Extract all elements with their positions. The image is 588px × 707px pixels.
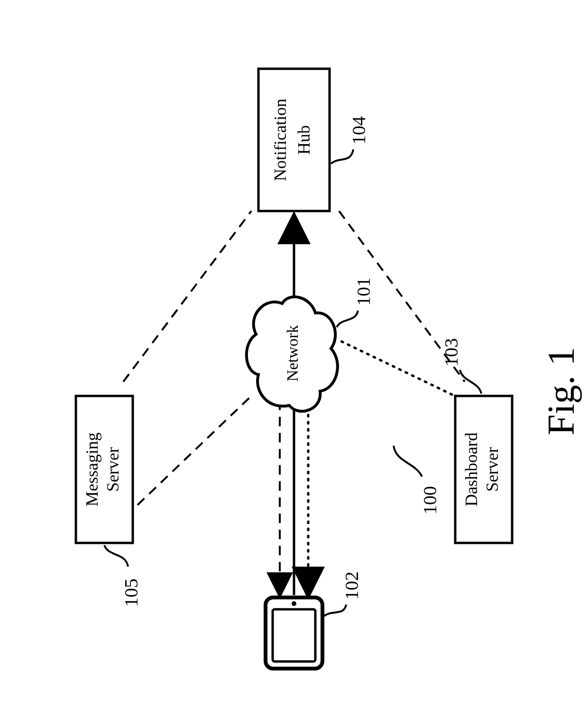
leader-103: [460, 370, 481, 394]
ref-103: 103: [441, 338, 462, 367]
diagram-svg: Network 101 102 Messaging Server 105 Not…: [0, 0, 588, 707]
ref-105: 105: [120, 578, 142, 607]
leader-104: [331, 149, 353, 164]
ref-100: 100: [419, 486, 441, 514]
dashboard-server-label1: Dashboard: [462, 432, 481, 506]
messaging-server-box: Messaging Server: [76, 396, 133, 543]
svg-rect-1: [273, 609, 315, 661]
dashboard-server-label2: Server: [483, 447, 502, 492]
ref-102: 102: [341, 571, 362, 600]
notification-hub-label2: Hub: [294, 125, 313, 155]
dashboard-server-box: Dashboard Server: [455, 396, 512, 543]
ref-101: 101: [353, 277, 374, 306]
svg-point-2: [292, 601, 296, 606]
network-label: Network: [284, 325, 301, 382]
notification-hub-box: Notification Hub: [258, 69, 330, 211]
link-messaging-notification: [123, 211, 251, 382]
figure-caption: Fig. 1: [540, 347, 582, 436]
leader-100: [394, 446, 422, 477]
svg-rect-4: [258, 69, 330, 211]
device-tablet: [266, 597, 322, 669]
notification-hub-label1: Notification: [271, 99, 290, 181]
ref-104: 104: [348, 116, 369, 145]
network-cloud: Network: [247, 297, 338, 411]
leader-101: [337, 311, 358, 327]
leader-102: [323, 605, 346, 616]
messaging-server-label1: Messaging: [83, 432, 101, 506]
link-messaging-network: [138, 396, 251, 505]
messaging-server-label2: Server: [103, 447, 122, 492]
leader-105: [104, 545, 128, 567]
